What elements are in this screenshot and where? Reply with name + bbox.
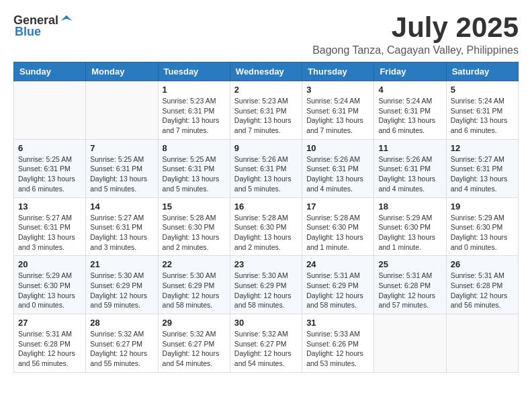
calendar-day-cell: 31Sunrise: 5:33 AMSunset: 6:26 PMDayligh… [302,314,374,373]
calendar-day-cell: 12Sunrise: 5:27 AMSunset: 6:31 PMDayligh… [446,139,518,197]
day-info: Sunrise: 5:30 AMSunset: 6:29 PMDaylight:… [163,271,226,310]
calendar-day-cell [14,81,86,140]
calendar-weekday-header: Monday [86,62,158,81]
calendar-day-cell: 24Sunrise: 5:31 AMSunset: 6:29 PMDayligh… [302,256,374,314]
calendar-day-cell: 26Sunrise: 5:31 AMSunset: 6:28 PMDayligh… [446,256,518,314]
day-info: Sunrise: 5:31 AMSunset: 6:28 PMDaylight:… [18,329,81,369]
day-number: 17 [306,201,369,212]
calendar-weekday-header: Tuesday [158,62,230,81]
day-number: 11 [378,143,441,153]
day-number: 12 [451,143,514,153]
day-info: Sunrise: 5:24 AMSunset: 6:31 PMDaylight:… [378,96,441,136]
day-number: 23 [234,259,298,269]
day-info: Sunrise: 5:26 AMSunset: 6:31 PMDaylight:… [378,154,441,194]
calendar-day-cell: 7Sunrise: 5:25 AMSunset: 6:31 PMDaylight… [86,139,158,197]
day-info: Sunrise: 5:25 AMSunset: 6:31 PMDaylight:… [163,154,226,194]
calendar-day-cell: 20Sunrise: 5:29 AMSunset: 6:30 PMDayligh… [14,256,86,314]
calendar-day-cell: 10Sunrise: 5:26 AMSunset: 6:31 PMDayligh… [302,139,374,197]
day-info: Sunrise: 5:32 AMSunset: 6:27 PMDaylight:… [234,329,298,369]
day-info: Sunrise: 5:27 AMSunset: 6:31 PMDaylight:… [18,213,81,253]
calendar-day-cell: 13Sunrise: 5:27 AMSunset: 6:31 PMDayligh… [14,197,86,256]
day-info: Sunrise: 5:27 AMSunset: 6:31 PMDaylight:… [90,213,153,253]
day-info: Sunrise: 5:32 AMSunset: 6:27 PMDaylight:… [90,329,153,369]
day-number: 3 [306,85,369,95]
calendar-weekday-header: Friday [374,62,446,81]
day-number: 15 [163,201,226,212]
day-info: Sunrise: 5:23 AMSunset: 6:31 PMDaylight:… [234,96,298,136]
day-info: Sunrise: 5:31 AMSunset: 6:28 PMDaylight:… [378,271,441,310]
day-number: 7 [90,143,153,153]
calendar-day-cell: 23Sunrise: 5:30 AMSunset: 6:29 PMDayligh… [230,256,302,314]
day-info: Sunrise: 5:23 AMSunset: 6:31 PMDaylight:… [163,96,226,136]
day-info: Sunrise: 5:28 AMSunset: 6:30 PMDaylight:… [306,213,369,253]
day-info: Sunrise: 5:31 AMSunset: 6:29 PMDaylight:… [306,271,369,310]
calendar-weekday-header: Saturday [446,62,518,81]
day-number: 10 [306,143,369,153]
calendar-day-cell [86,81,158,140]
calendar-header-row: SundayMondayTuesdayWednesdayThursdayFrid… [14,62,519,81]
calendar-day-cell: 16Sunrise: 5:28 AMSunset: 6:30 PMDayligh… [230,197,302,256]
day-number: 1 [163,85,226,95]
calendar-weekday-header: Wednesday [230,62,302,81]
day-info: Sunrise: 5:29 AMSunset: 6:30 PMDaylight:… [378,213,441,253]
calendar-day-cell: 11Sunrise: 5:26 AMSunset: 6:31 PMDayligh… [374,139,446,197]
calendar-day-cell: 2Sunrise: 5:23 AMSunset: 6:31 PMDaylight… [230,81,302,140]
calendar-day-cell: 18Sunrise: 5:29 AMSunset: 6:30 PMDayligh… [374,197,446,256]
day-info: Sunrise: 5:28 AMSunset: 6:30 PMDaylight:… [163,213,226,253]
calendar-day-cell [446,314,518,373]
day-info: Sunrise: 5:33 AMSunset: 6:26 PMDaylight:… [306,329,369,369]
calendar-day-cell: 25Sunrise: 5:31 AMSunset: 6:28 PMDayligh… [374,256,446,314]
day-info: Sunrise: 5:27 AMSunset: 6:31 PMDaylight:… [451,154,514,194]
month-title: July 2025 [312,13,519,42]
day-number: 13 [18,201,81,212]
day-number: 26 [451,259,514,269]
calendar-day-cell: 27Sunrise: 5:31 AMSunset: 6:28 PMDayligh… [14,314,86,373]
calendar-day-cell: 21Sunrise: 5:30 AMSunset: 6:29 PMDayligh… [86,256,158,314]
day-info: Sunrise: 5:29 AMSunset: 6:30 PMDaylight:… [18,271,81,310]
calendar-day-cell: 14Sunrise: 5:27 AMSunset: 6:31 PMDayligh… [86,197,158,256]
day-info: Sunrise: 5:25 AMSunset: 6:31 PMDaylight:… [18,154,81,194]
calendar-day-cell: 29Sunrise: 5:32 AMSunset: 6:27 PMDayligh… [158,314,230,373]
calendar-weekday-header: Sunday [14,62,86,81]
day-info: Sunrise: 5:25 AMSunset: 6:31 PMDaylight:… [90,154,153,194]
logo-icon [60,14,73,28]
calendar-day-cell: 1Sunrise: 5:23 AMSunset: 6:31 PMDaylight… [158,81,230,140]
day-number: 22 [163,259,226,269]
day-number: 16 [234,201,298,212]
day-number: 19 [451,201,514,212]
calendar-day-cell: 8Sunrise: 5:25 AMSunset: 6:31 PMDaylight… [158,139,230,197]
calendar-day-cell: 28Sunrise: 5:32 AMSunset: 6:27 PMDayligh… [86,314,158,373]
calendar-day-cell: 15Sunrise: 5:28 AMSunset: 6:30 PMDayligh… [158,197,230,256]
day-info: Sunrise: 5:28 AMSunset: 6:30 PMDaylight:… [234,213,298,253]
day-number: 4 [378,85,441,95]
calendar-day-cell: 4Sunrise: 5:24 AMSunset: 6:31 PMDaylight… [374,81,446,140]
day-number: 21 [90,259,153,269]
logo-blue: Blue [15,25,41,39]
calendar-day-cell: 3Sunrise: 5:24 AMSunset: 6:31 PMDaylight… [302,81,374,140]
day-number: 18 [378,201,441,212]
day-info: Sunrise: 5:24 AMSunset: 6:31 PMDaylight:… [306,96,369,136]
calendar-table: SundayMondayTuesdayWednesdayThursdayFrid… [13,62,519,373]
day-info: Sunrise: 5:32 AMSunset: 6:27 PMDaylight:… [163,329,226,369]
day-number: 5 [451,85,514,95]
day-number: 2 [234,85,298,95]
calendar-day-cell: 22Sunrise: 5:30 AMSunset: 6:29 PMDayligh… [158,256,230,314]
location: Bagong Tanza, Cagayan Valley, Philippine… [312,44,519,56]
logo: General Blue [13,13,73,39]
calendar-day-cell [374,314,446,373]
title-section: July 2025 Bagong Tanza, Cagayan Valley, … [312,13,519,56]
calendar-day-cell: 5Sunrise: 5:24 AMSunset: 6:31 PMDaylight… [446,81,518,140]
day-info: Sunrise: 5:24 AMSunset: 6:31 PMDaylight:… [451,96,514,136]
calendar-day-cell: 30Sunrise: 5:32 AMSunset: 6:27 PMDayligh… [230,314,302,373]
calendar-week-row: 13Sunrise: 5:27 AMSunset: 6:31 PMDayligh… [14,197,519,256]
day-info: Sunrise: 5:26 AMSunset: 6:31 PMDaylight:… [234,154,298,194]
day-info: Sunrise: 5:30 AMSunset: 6:29 PMDaylight:… [234,271,298,310]
calendar-day-cell: 6Sunrise: 5:25 AMSunset: 6:31 PMDaylight… [14,139,86,197]
calendar-weekday-header: Thursday [302,62,374,81]
day-number: 31 [306,318,369,328]
page-container: General Blue July 2025 Bagong Tanza, Cag… [13,13,519,373]
calendar-week-row: 1Sunrise: 5:23 AMSunset: 6:31 PMDaylight… [14,81,519,140]
day-info: Sunrise: 5:31 AMSunset: 6:28 PMDaylight:… [451,271,514,310]
calendar-week-row: 20Sunrise: 5:29 AMSunset: 6:30 PMDayligh… [14,256,519,314]
day-number: 30 [234,318,298,328]
